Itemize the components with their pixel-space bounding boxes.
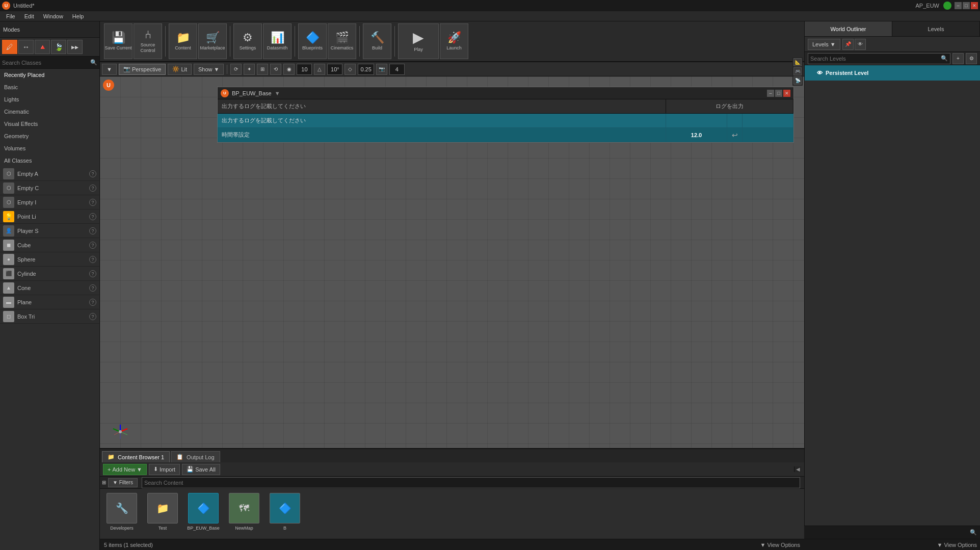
category-cinematic[interactable]: Cinematic [0,106,99,118]
add-new-button[interactable]: + Add New ▼ [103,464,147,475]
realtime-btn[interactable]: ⟳ [230,64,242,75]
mode-paint-btn[interactable]: 🍃 [51,40,66,54]
search-content-input[interactable] [144,480,798,486]
asset-test[interactable]: 📁 Test [145,493,180,535]
list-item[interactable]: ▬ Plane ? [0,295,99,309]
mode-select-btn[interactable]: 🖊 [2,40,17,54]
asset-newmap[interactable]: 🗺 NewMap [226,493,262,535]
mode-more-btn[interactable]: ▸▸ [67,40,83,54]
list-item[interactable]: ◻ Box Tri ? [0,309,99,324]
grid-btn[interactable]: ⊞ [257,64,268,75]
category-basic[interactable]: Basic [0,81,99,93]
mode-landscape-btn[interactable]: ↔ [18,40,34,54]
lit-btn[interactable]: 🔆 Lit [168,64,192,75]
menu-window[interactable]: Window [39,12,67,20]
pin-icon-btn[interactable]: 📌 [842,39,854,50]
scale-icon[interactable]: ◇ [345,64,356,75]
list-item[interactable]: ⬛ Cylinde ? [0,267,99,281]
save-current-button[interactable]: 💾 Save Current [104,23,133,59]
info-icon[interactable]: ? [89,213,96,220]
vr-icon-btn-1[interactable]: 📐 [793,58,802,66]
info-icon[interactable]: ? [89,170,96,177]
right-view-options-btn[interactable]: ▼ View Options [937,542,977,548]
info-icon[interactable]: ? [89,199,96,206]
list-item[interactable]: ● Sphere ? [0,252,99,267]
mode-btn[interactable]: ◉ [283,64,295,75]
import-button[interactable]: ⬇ Import [149,464,180,475]
tab-content-browser[interactable]: 📁 Content Browser 1 [102,451,170,462]
list-item[interactable]: ◼ Cube ? [0,238,99,252]
menu-help[interactable]: Help [68,12,88,20]
info-icon[interactable]: ? [89,284,96,292]
angle-icon[interactable]: △ [314,64,325,75]
asset-developers[interactable]: 🔧 Developers [104,493,140,535]
settings-button[interactable]: ⚙ Settings [233,23,262,59]
perspective-btn[interactable]: 📷 Perspective [119,64,166,75]
view-options-status-btn[interactable]: ▼ View Options [760,542,800,548]
category-visual-effects[interactable]: Visual Effects [0,118,99,130]
info-icon[interactable]: ? [89,185,96,192]
build-button[interactable]: 🔨 Build [363,23,391,59]
blueprints-button[interactable]: 🔷 Blueprints [298,23,327,59]
marketplace-button[interactable]: 🛒 Marketplace [198,23,227,59]
tab-output-log[interactable]: 📋 Output Log [171,451,220,462]
minimize-button[interactable]: – [955,2,962,9]
tab-world-outliner[interactable]: World Outliner [805,21,892,36]
outliner-settings-btn[interactable]: ⚙ [966,53,977,64]
info-icon[interactable]: ? [89,299,96,306]
snap-btn[interactable]: ✦ [244,64,255,75]
vr-icon-btn-2[interactable]: 🎮 [793,67,802,75]
category-recently-placed[interactable]: Recently Placed [0,69,99,81]
list-item[interactable]: ▲ Cone ? [0,281,99,295]
content-button[interactable]: 📁 Content [169,23,197,59]
search-classes-input[interactable] [2,60,90,66]
outliner-add-btn[interactable]: + [952,53,964,64]
collapse-panel-btn[interactable]: ◀ [794,466,801,472]
maximize-button[interactable]: □ [963,2,970,9]
search-levels-input[interactable] [810,56,941,62]
bp-restore-btn[interactable]: □ [775,90,782,97]
filters-button[interactable]: ▼ Filters [108,478,138,487]
bp-log-row-1[interactable]: 出力するログを記載してください [218,114,793,128]
play-button[interactable]: ▶ Play [398,23,439,59]
list-item[interactable]: ⬡ Empty A ? [0,167,99,181]
cinematics-button[interactable]: 🎬 Cinematics [328,23,356,59]
bp-log-row-2[interactable]: 時間帯設定 12.0 ↩ [218,128,793,142]
launch-button[interactable]: 🚀 Launch [440,23,468,59]
info-icon[interactable]: ? [89,313,96,320]
save-all-button[interactable]: 💾 Save All [182,464,220,475]
tab-levels[interactable]: Levels [892,21,980,36]
asset-b[interactable]: 🔷 B [267,493,303,535]
category-lights[interactable]: Lights [0,93,99,106]
list-item[interactable]: 👤 Player S ? [0,224,99,238]
main-toolbar: 💾 Save Current ⑃ Source Control 📁 Conten… [100,21,804,62]
camera-icon[interactable]: 📷 [376,64,387,75]
bottom-search-input[interactable] [807,530,970,536]
menu-edit[interactable]: Edit [20,12,38,20]
levels-dropdown-btn[interactable]: Levels ▼ [808,39,840,50]
category-geometry[interactable]: Geometry [0,130,99,142]
persistent-level-item[interactable]: 👁 Persistent Level [805,65,980,81]
close-button[interactable]: ✕ [971,2,978,9]
datasmith-button[interactable]: 📊 Datasmith [263,23,292,59]
info-icon[interactable]: ? [89,256,96,263]
info-icon[interactable]: ? [89,227,96,234]
list-item[interactable]: ⬡ Empty C ? [0,181,99,195]
show-btn[interactable]: Show ▼ [194,64,224,75]
category-volumes[interactable]: Volumes [0,142,99,154]
bp-close-btn[interactable]: ✕ [783,90,790,97]
viewport-dropdown-btn[interactable]: ▼ [102,64,117,75]
bp-minimize-btn[interactable]: – [767,90,774,97]
menu-file[interactable]: File [2,12,19,20]
vr-icon-btn-3[interactable]: 📡 [793,76,802,85]
info-icon[interactable]: ? [89,270,96,277]
toggle-btn[interactable]: ⟲ [270,64,281,75]
list-item[interactable]: ⬡ Empty I ? [0,195,99,209]
source-control-button[interactable]: ⑃ Source Control [134,23,162,59]
mode-foliage-btn[interactable]: 🔺 [35,40,50,54]
list-item[interactable]: 💡 Point Li ? [0,209,99,224]
info-icon[interactable]: ? [89,242,96,249]
eye-icon-btn[interactable]: 👁 [855,39,866,50]
category-all-classes[interactable]: All Classes [0,154,99,167]
asset-bp-euw-base[interactable]: 🔷 BP_EUW_Base [186,493,221,535]
